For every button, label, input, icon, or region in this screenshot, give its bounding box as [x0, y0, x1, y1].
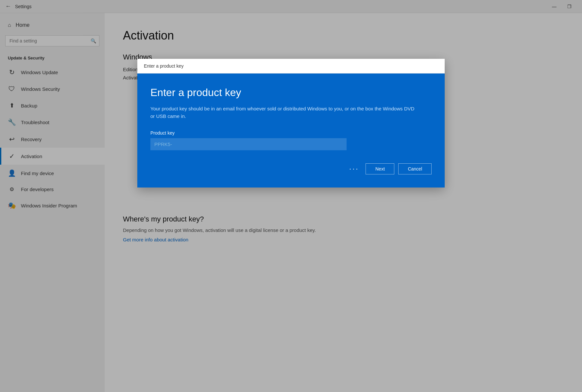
loading-dots: ···	[349, 165, 359, 173]
product-key-label: Product key	[150, 130, 432, 136]
product-key-dialog: Enter a product key Enter a product key …	[137, 59, 445, 188]
dialog-heading: Enter a product key	[150, 87, 432, 99]
dialog-titlebar: Enter a product key	[137, 59, 445, 74]
dialog-description: Your product key should be in an email f…	[150, 105, 419, 120]
dialog-footer: ··· Next Cancel	[150, 163, 432, 174]
dialog-overlay: Enter a product key Enter a product key …	[0, 0, 582, 392]
dialog-body: Enter a product key Your product key sho…	[137, 74, 445, 188]
next-button[interactable]: Next	[366, 163, 394, 174]
cancel-button[interactable]: Cancel	[398, 163, 432, 174]
product-key-input[interactable]	[150, 138, 347, 150]
